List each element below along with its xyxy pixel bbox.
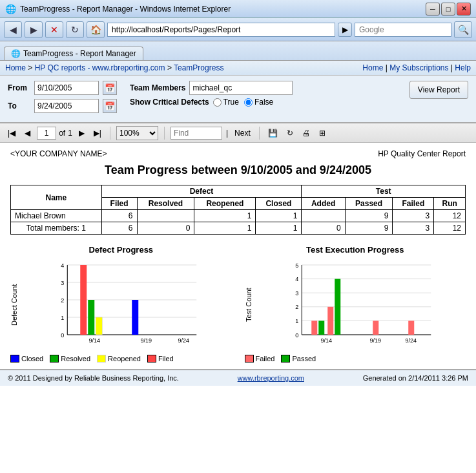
page-total: 1: [68, 129, 72, 138]
browser-title: TeamProgress - Report Manager - Windows …: [20, 5, 231, 14]
search-button[interactable]: 🔍: [454, 21, 472, 38]
team-params: Team Members Show Critical Defects True …: [130, 81, 293, 107]
from-date-input[interactable]: [34, 81, 99, 95]
charts-area: Defect Progress Defect Count: [10, 245, 466, 363]
main-tab[interactable]: 🌐 TeamProgress - Report Manager: [4, 47, 143, 60]
minimize-button[interactable]: ─: [426, 3, 440, 16]
refresh-report-button[interactable]: ↻: [284, 128, 296, 138]
from-calendar-button[interactable]: 📅: [103, 81, 117, 95]
sub-col-resolved: Resolved: [137, 198, 194, 210]
defect-y-label: Defect Count: [10, 258, 18, 351]
refresh-button[interactable]: ↻: [66, 21, 84, 38]
test-bar-failed-3: [373, 321, 378, 335]
window-controls: ─ □ ✕: [426, 3, 471, 16]
legend-reopened: Reopened: [97, 355, 141, 363]
browser-title-bar: 🌐 TeamProgress - Report Manager - Window…: [0, 0, 476, 18]
go-button[interactable]: ▶: [338, 23, 352, 37]
false-radio-option[interactable]: False: [244, 98, 273, 107]
find-next-button[interactable]: Next: [232, 128, 253, 138]
prev-page-button[interactable]: ◀: [22, 128, 33, 138]
defect-chart-svg: 0 1 2 3 4: [19, 258, 232, 349]
test-bar-failed-2: [327, 307, 333, 335]
total-passed: 9: [345, 222, 393, 235]
forward-button[interactable]: ▶: [25, 21, 43, 38]
back-button[interactable]: ◀: [4, 21, 22, 38]
view-report-button[interactable]: View Report: [409, 81, 468, 99]
find-input[interactable]: [171, 127, 222, 140]
col-name: Name: [11, 185, 102, 210]
legend-test-passed-label: Passed: [292, 355, 316, 363]
breadcrumb-home[interactable]: Home: [5, 63, 26, 72]
search-box[interactable]: [355, 23, 451, 37]
breadcrumb-qc[interactable]: HP QC reports - www.rbreporting.com: [35, 63, 165, 72]
row-added: [302, 210, 345, 222]
svg-text:4: 4: [61, 262, 64, 269]
total-closed: 1: [256, 222, 302, 235]
true-radio[interactable]: [213, 98, 222, 107]
svg-text:9/14: 9/14: [88, 337, 100, 344]
page-nav: of 1: [37, 127, 72, 140]
table-row: Michael Brown 6 1 1 9 3 12: [11, 210, 466, 222]
stop-button[interactable]: ✕: [45, 21, 63, 38]
row-name: Michael Brown: [11, 210, 102, 222]
from-label: From: [8, 83, 30, 92]
svg-text:9/14: 9/14: [320, 337, 332, 344]
legend-test-failed-label: Failed: [256, 355, 275, 363]
svg-text:2: 2: [61, 297, 64, 304]
false-radio[interactable]: [244, 98, 253, 107]
test-y-label: Test Count: [245, 258, 253, 351]
print-button[interactable]: 🖨: [300, 128, 313, 138]
layout-button[interactable]: ⊞: [316, 128, 328, 138]
nav-home-link[interactable]: Home: [362, 63, 383, 72]
address-bar[interactable]: [107, 23, 335, 37]
last-page-button[interactable]: ▶|: [91, 128, 104, 138]
close-button[interactable]: ✕: [457, 3, 471, 16]
row-failed: 3: [393, 210, 434, 222]
breadcrumb: Home > HP QC reports - www.rbreporting.c…: [5, 63, 471, 72]
test-chart: Test Execution Progress Test Count: [245, 245, 466, 363]
legend-closed-color: [10, 355, 19, 363]
export-button[interactable]: 💾: [265, 128, 280, 138]
to-date-input[interactable]: [34, 99, 99, 113]
true-label: True: [223, 98, 239, 107]
defect-legend: Closed Resolved Reopened Filed: [10, 355, 232, 363]
to-calendar-button[interactable]: 📅: [103, 99, 117, 113]
false-label: False: [254, 98, 273, 107]
legend-closed: Closed: [10, 355, 43, 363]
next-page-button[interactable]: ▶: [76, 128, 87, 138]
zoom-select[interactable]: 100% 75% 125% 150%: [116, 126, 158, 140]
sub-col-closed: Closed: [256, 198, 302, 210]
breadcrumb-team[interactable]: TeamProgress: [174, 63, 223, 72]
defect-bar-reopened-1: [96, 317, 102, 335]
legend-resolved: Resolved: [50, 355, 90, 363]
svg-text:0: 0: [295, 332, 298, 339]
legend-filed-color: [147, 355, 156, 363]
test-chart-svg: 0 1 2 3 4 5: [254, 258, 466, 349]
svg-text:3: 3: [61, 280, 64, 286]
footer-generated: Generated on 2/14/2011 3:26 PM: [363, 374, 468, 382]
tab-icon: 🌐: [11, 49, 21, 58]
critical-radio-group: True False: [213, 98, 274, 107]
footer-link[interactable]: www.rbreporting.com: [238, 374, 304, 382]
page-input[interactable]: [37, 127, 56, 140]
home-button[interactable]: 🏠: [87, 21, 105, 38]
row-passed: 9: [345, 210, 393, 222]
nav-subscriptions-link[interactable]: My Subscriptions: [389, 63, 448, 72]
tab-label: TeamProgress - Report Manager: [23, 49, 136, 58]
first-page-button[interactable]: |◀: [5, 128, 18, 138]
defect-bar-resolved-1: [88, 300, 94, 335]
test-bar-passed-2: [335, 279, 340, 335]
legend-test-passed-color: [281, 355, 290, 363]
total-run: 12: [434, 222, 466, 235]
nav-help-link[interactable]: Help: [455, 63, 471, 72]
true-radio-option[interactable]: True: [213, 98, 239, 107]
company-name: <YOUR COMPANY NAME>: [10, 149, 107, 158]
sub-col-passed: Passed: [345, 198, 393, 210]
defect-bar-closed-2: [132, 300, 138, 335]
total-failed: 3: [393, 222, 434, 235]
test-chart-wrapper: Test Count 0: [245, 258, 466, 351]
maximize-button[interactable]: □: [441, 3, 455, 16]
sep3: [259, 127, 260, 140]
total-added: 0: [302, 222, 345, 235]
team-members-input[interactable]: [189, 81, 293, 95]
